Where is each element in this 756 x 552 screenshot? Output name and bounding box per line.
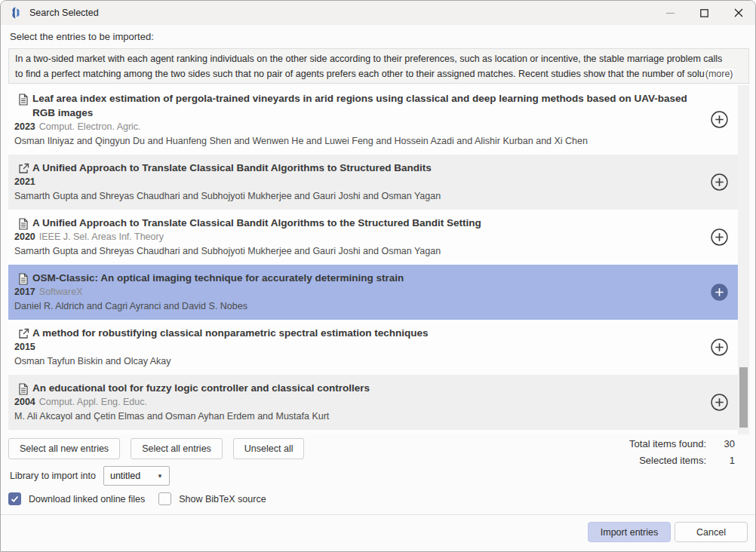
entry-row[interactable]: OSM-Classic: An optical imaging techniqu…: [8, 265, 738, 320]
entry-row[interactable]: Leaf area index estimation of pergola-tr…: [8, 85, 738, 155]
close-button[interactable]: [721, 1, 755, 25]
library-select[interactable]: untitled ▼: [103, 466, 170, 486]
entry-year: 2004: [14, 397, 35, 407]
total-items-label: Total items found:: [629, 436, 706, 452]
entry-title: An educational tool for fuzzy logic cont…: [32, 381, 693, 395]
entry-authors: Osman Tayfun Biskin and Olcay Akay: [14, 354, 693, 369]
window-controls: [653, 1, 755, 25]
add-circle-icon: [710, 228, 729, 247]
add-circle-icon: [710, 283, 729, 302]
document-icon: [18, 273, 30, 285]
unselect-all-button[interactable]: Unselect all: [233, 438, 305, 459]
entry-title: Leaf area index estimation of pergola-tr…: [32, 91, 693, 120]
entry-authors: Osman Ilniyaz and Qingyun Du and Huanfen…: [14, 134, 693, 149]
titlebar: Search Selected: [1, 1, 755, 25]
entry-row[interactable]: A method for robustifying classical nonp…: [8, 320, 738, 375]
entry-meta: 2004Comput. Appl. Eng. Educ.: [14, 395, 693, 409]
add-entry-button[interactable]: [709, 173, 729, 192]
add-entry-button[interactable]: [709, 110, 729, 130]
document-icon: [18, 94, 30, 106]
library-select-value: untitled: [110, 471, 140, 481]
total-items-value: 30: [706, 436, 735, 452]
chevron-down-icon: ▼: [157, 473, 163, 480]
entry-year: 2021: [14, 176, 35, 187]
entry-authors: Samarth Gupta and Shreyas Chaudhari and …: [14, 189, 693, 204]
entry-authors: Samarth Gupta and Shreyas Chaudhari and …: [14, 244, 693, 259]
external-link-icon: [18, 328, 30, 340]
entry-authors: Daniel R. Aldrich and Cagri Ayranci and …: [14, 299, 693, 314]
entry-meta: 2020IEEE J. Sel. Areas Inf. Theory: [14, 230, 693, 244]
entry-journal: Comput. Electron. Agric.: [39, 121, 141, 132]
abstract-preview: In a two-sided market with each agent ra…: [8, 48, 749, 84]
entry-row[interactable]: An educational tool for fuzzy logic cont…: [8, 375, 738, 430]
download-linked-files-checkbox[interactable]: [8, 492, 21, 505]
entry-title: A method for robustifying classical nonp…: [32, 326, 693, 340]
entry-year: 2023: [14, 121, 35, 132]
footer-separator: [1, 514, 755, 515]
entry-journal: IEEE J. Sel. Areas Inf. Theory: [39, 232, 164, 242]
entry-meta: 2015: [14, 340, 693, 354]
show-bibtex-source-checkbox[interactable]: [158, 492, 171, 505]
entry-row[interactable]: A Unified Approach to Translate Classica…: [8, 210, 738, 265]
entry-journal: Comput. Appl. Eng. Educ.: [39, 397, 147, 407]
cancel-button[interactable]: Cancel: [675, 522, 748, 542]
selection-buttons: Select all new entries Select all entrie…: [8, 438, 304, 459]
entry-meta: 2023Comput. Electron. Agric.: [14, 120, 693, 134]
maximize-button[interactable]: [687, 1, 721, 25]
select-all-entries-button[interactable]: Select all entries: [131, 438, 223, 459]
entry-row[interactable]: A Unified Approach to Translate Classica…: [8, 155, 738, 210]
entry-year: 2017: [14, 287, 35, 297]
import-entries-button[interactable]: Import entries: [588, 522, 671, 542]
add-circle-icon: [710, 173, 729, 192]
instruction-label: Select the entries to be imported:: [10, 31, 154, 42]
entry-meta: 2021: [14, 175, 693, 189]
entry-year: 2020: [14, 232, 35, 242]
minimize-button[interactable]: [653, 1, 687, 25]
search-selected-dialog: Search Selected Select the entries to be…: [0, 0, 756, 552]
entry-year: 2015: [14, 342, 35, 352]
more-link[interactable]: (more): [705, 69, 734, 79]
options-row: Download linked online files Show BibTeX…: [8, 492, 272, 505]
scrollbar-track[interactable]: [738, 85, 749, 434]
external-link-icon: [18, 163, 30, 175]
check-icon: [11, 495, 19, 503]
entry-journal: SoftwareX: [39, 287, 83, 297]
add-entry-button[interactable]: [709, 338, 729, 357]
document-icon: [18, 383, 30, 395]
add-entry-button[interactable]: [709, 393, 729, 412]
show-bibtex-source-label: Show BibTeX source: [179, 494, 266, 504]
library-row: Library to import into untitled ▼: [10, 466, 170, 486]
download-linked-files-label: Download linked online files: [29, 494, 145, 504]
selected-items-label: Selected items:: [639, 452, 706, 469]
selected-items-value: 1: [706, 452, 735, 469]
entry-authors: M. Ali Akcayol and Çetin Elmas and Osman…: [14, 409, 693, 424]
add-circle-icon: [710, 338, 729, 357]
add-entry-button[interactable]: [709, 228, 729, 247]
add-entry-button[interactable]: [709, 283, 729, 302]
document-icon: [18, 218, 30, 230]
window-title: Search Selected: [29, 8, 99, 18]
entries-list: Leaf area index estimation of pergola-tr…: [8, 85, 749, 434]
add-circle-icon: [710, 393, 729, 412]
preview-line-1: In a two-sided market with each agent ra…: [15, 51, 742, 66]
preview-line-2: to find a perfect matching among the two…: [15, 66, 742, 81]
library-import-label: Library to import into: [10, 471, 96, 481]
entry-rows: Leaf area index estimation of pergola-tr…: [8, 85, 738, 430]
add-circle-icon: [710, 110, 729, 129]
entry-meta: 2017SoftwareX: [14, 285, 693, 299]
entry-title: A Unified Approach to Translate Classica…: [32, 161, 693, 175]
scrollbar-thumb[interactable]: [739, 367, 748, 428]
entry-title: A Unified Approach to Translate Classica…: [32, 216, 693, 230]
select-all-new-entries-button[interactable]: Select all new entries: [8, 438, 120, 459]
entry-title: OSM-Classic: An optical imaging techniqu…: [32, 271, 693, 285]
result-stats: Total items found: 30 Selected items: 1: [629, 436, 735, 469]
jabref-logo-icon: [8, 5, 23, 20]
